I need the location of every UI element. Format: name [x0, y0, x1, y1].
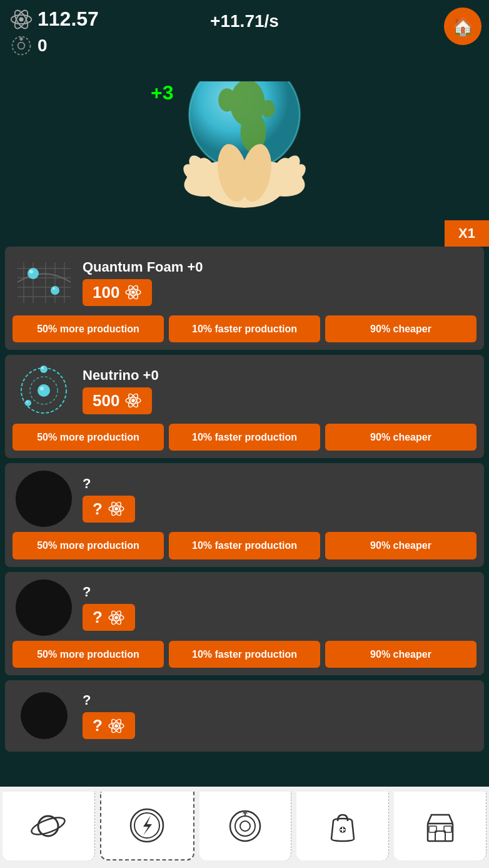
unknown3-cost: ?	[93, 716, 103, 735]
plus3-label: +3	[151, 81, 173, 105]
atom-icon-secondary	[10, 34, 33, 57]
unknown1-circle	[16, 471, 72, 527]
unknown2-circle	[16, 580, 72, 636]
quantum-foam-more-production-btn[interactable]: 50% more production	[13, 315, 164, 342]
bottom-nav	[0, 787, 489, 868]
quantum-foam-card: Quantum Foam +0 100 50% more production	[5, 247, 484, 350]
quantum-foam-cost: 100	[93, 283, 119, 302]
unknown2-cost-badge[interactable]: ?	[83, 604, 135, 631]
unknown1-faster-production-btn[interactable]: 10% faster production	[169, 532, 320, 559]
neutrino-cost-row: 500	[83, 387, 476, 414]
neutrino-faster-production-btn[interactable]: 10% faster production	[169, 424, 320, 451]
unknown3-title: ?	[83, 692, 476, 708]
unknown1-cost-badge[interactable]: ?	[83, 496, 135, 523]
svg-point-63	[114, 616, 118, 620]
unknown3-card: ? ?	[5, 680, 484, 752]
unknown1-icon-area	[13, 471, 75, 527]
svg-rect-80	[435, 831, 445, 841]
quantum-foam-icon	[14, 256, 74, 309]
unknown3-circle	[21, 692, 68, 739]
svg-point-49	[41, 367, 44, 369]
svg-point-59	[114, 508, 118, 511]
neutrino-more-production-btn[interactable]: 50% more production	[13, 424, 164, 451]
svg-point-55	[132, 399, 136, 402]
quantum-foam-title: Quantum Foam +0	[83, 259, 476, 275]
quantum-foam-title-area: Quantum Foam +0 100	[83, 259, 476, 306]
atom-icon-cost-4	[108, 609, 125, 626]
card-top: Quantum Foam +0 100	[13, 254, 476, 310]
unknown2-card: ? ? 50% more production 10% faste	[5, 572, 484, 675]
neutrino-title: Neutrino +0	[83, 367, 476, 384]
x1-button[interactable]: X1	[445, 220, 489, 247]
atom-icon-cost	[124, 283, 142, 301]
unknown1-more-production-btn[interactable]: 50% more production	[13, 532, 164, 559]
target-icon	[226, 807, 264, 845]
nav-item-target[interactable]	[199, 792, 292, 860]
cards-container: Quantum Foam +0 100 50% more production	[0, 244, 489, 787]
unknown1-buttons: 50% more production 10% faster productio…	[13, 532, 476, 559]
atom-icon-cost-2	[124, 392, 142, 409]
unknown1-card: ? ? 50% more production 10% faste	[5, 463, 484, 566]
neutrino-icon-area	[13, 362, 75, 419]
quantum-foam-cost-row: 100	[83, 279, 476, 306]
secondary-stat-row: 0	[10, 34, 99, 57]
quantum-foam-buttons: 50% more production 10% faster productio…	[13, 315, 476, 342]
svg-point-51	[26, 401, 28, 402]
rate-display: +11.71/s	[210, 11, 279, 31]
unknown2-cost: ?	[93, 608, 103, 627]
neutrino-icon	[14, 364, 74, 417]
nav-item-shop[interactable]	[394, 792, 486, 860]
quantum-foam-cheaper-btn[interactable]: 90% cheaper	[325, 315, 476, 342]
unknown2-more-production-btn[interactable]: 50% more production	[13, 641, 164, 668]
multiplier-label: X1	[458, 225, 475, 241]
header: 112.57 0 +11.71/s 🏠	[0, 0, 489, 81]
neutrino-cost-badge[interactable]: 500	[83, 387, 152, 414]
unknown3-card-top: ? ?	[13, 688, 476, 744]
atom-icon-cost-3	[108, 500, 125, 518]
svg-point-43	[132, 290, 136, 294]
globe-svg	[157, 56, 332, 225]
energy-icon	[128, 807, 166, 844]
atom-icon-cost-5	[108, 717, 125, 735]
neutrino-card-top: Neutrino +0 500	[13, 362, 476, 419]
home-button[interactable]: 🏠	[444, 8, 481, 45]
unknown3-cost-badge[interactable]: ?	[83, 712, 135, 739]
science-value: 112.57	[38, 8, 99, 31]
unknown1-cost-row: ?	[83, 496, 476, 523]
svg-point-5	[18, 43, 25, 49]
nav-item-bag[interactable]	[296, 792, 389, 860]
neutrino-title-area: Neutrino +0 500	[83, 367, 476, 414]
svg-point-12	[261, 100, 275, 118]
quantum-foam-faster-production-btn[interactable]: 10% faster production	[169, 315, 320, 342]
svg-point-6	[19, 38, 23, 41]
svg-point-74	[240, 821, 250, 831]
nav-item-energy[interactable]	[100, 792, 194, 860]
svg-point-67	[114, 724, 118, 728]
secondary-value: 0	[38, 36, 48, 56]
unknown1-cost: ?	[93, 499, 103, 519]
quantum-foam-icon-area	[13, 254, 75, 310]
unknown2-cheaper-btn[interactable]: 90% cheaper	[325, 641, 476, 668]
neutrino-cheaper-btn[interactable]: 90% cheaper	[325, 424, 476, 451]
neutrino-buttons: 50% more production 10% faster productio…	[13, 424, 476, 451]
unknown3-title-area: ? ?	[83, 692, 476, 739]
svg-point-37	[29, 270, 33, 273]
svg-point-47	[40, 387, 44, 391]
svg-point-3	[19, 17, 23, 21]
science-stat-row: 112.57	[10, 8, 99, 31]
unknown2-cost-row: ?	[83, 604, 476, 631]
svg-point-36	[28, 268, 39, 279]
svg-point-73	[235, 816, 255, 836]
unknown1-title-area: ? ?	[83, 476, 476, 523]
quantum-foam-cost-badge[interactable]: 100	[83, 279, 152, 306]
unknown2-faster-production-btn[interactable]: 10% faster production	[169, 641, 320, 668]
shop-icon	[421, 807, 459, 845]
header-stats: 112.57 0	[10, 8, 99, 57]
unknown1-cheaper-btn[interactable]: 90% cheaper	[325, 532, 476, 559]
unknown1-title: ?	[83, 476, 476, 492]
home-icon: 🏠	[452, 16, 474, 37]
svg-point-11	[218, 88, 236, 111]
bag-icon	[324, 807, 361, 845]
nav-item-planet[interactable]	[3, 792, 95, 860]
unknown3-icon-area	[13, 688, 75, 744]
